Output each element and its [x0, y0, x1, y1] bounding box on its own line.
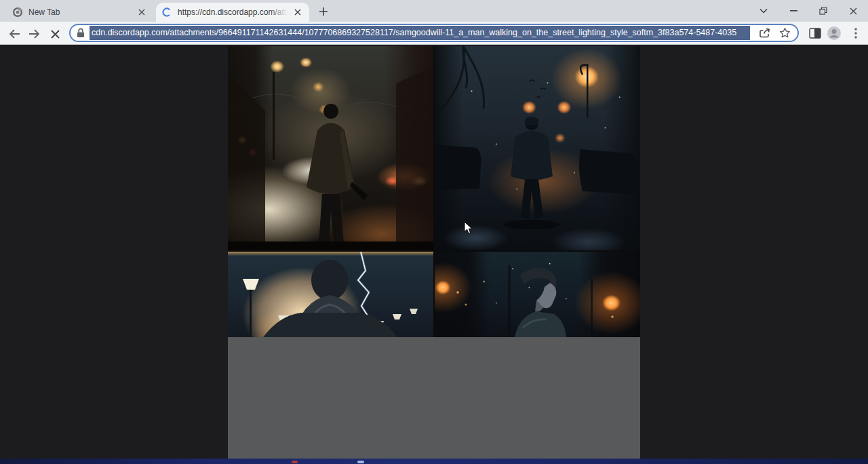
loading-spinner-icon: [161, 7, 172, 18]
tab-title: https://cdn.discordapp.com/atta: [178, 7, 288, 17]
page-content: [0, 45, 868, 459]
tab-discord-cdn[interactable]: https://cdn.discordapp.com/atta: [156, 3, 309, 22]
image-quadrant-bottom-left: [228, 252, 433, 337]
taskbar-icon-glimpse-light: [357, 461, 364, 463]
browser-toolbar: cdn.discordapp.com/attachments/966491171…: [0, 22, 868, 45]
taskbar-sliver[interactable]: [0, 459, 868, 464]
chrome-logo-grayscale-icon: [12, 7, 23, 18]
image-grid: [228, 46, 640, 337]
restore-button[interactable]: [808, 0, 838, 22]
forward-button[interactable]: [26, 26, 42, 42]
bookmark-star-icon[interactable]: [779, 27, 791, 39]
image-quadrant-top-right: [435, 46, 640, 250]
address-bar[interactable]: cdn.discordapp.com/attachments/966491171…: [69, 24, 799, 42]
tab-title-fade: [270, 7, 288, 17]
tab-title: New Tab: [28, 7, 132, 17]
image-quadrant-bottom-right: [435, 252, 640, 337]
tab-new-tab[interactable]: New Tab: [7, 3, 153, 22]
share-icon[interactable]: [759, 27, 770, 39]
generated-image-grid[interactable]: [228, 46, 640, 459]
side-panel-icon[interactable]: [807, 25, 823, 41]
back-button[interactable]: [6, 26, 22, 42]
url-text-selected[interactable]: cdn.discordapp.com/attachments/966491171…: [90, 26, 750, 40]
lock-icon[interactable]: [77, 28, 85, 38]
new-tab-button[interactable]: [316, 4, 331, 19]
tab-close-icon[interactable]: [136, 6, 148, 18]
image-quadrant-top-left: [228, 46, 433, 250]
tab-strip: New Tab https://cdn.discordapp.com/atta: [0, 0, 868, 22]
stop-loading-button[interactable]: [47, 26, 63, 42]
taskbar-icon-glimpse-red: [292, 461, 298, 463]
screen: { "browser_window": { "tabs": [ { "title…: [0, 0, 868, 464]
tab-close-icon[interactable]: [292, 6, 304, 18]
window-controls: [749, 0, 868, 22]
close-window-button[interactable]: [838, 0, 868, 22]
image-loading-placeholder: [228, 337, 640, 459]
profile-avatar[interactable]: [826, 25, 842, 41]
tab-title-fade: [118, 7, 132, 17]
tab-search-chevron-icon[interactable]: [749, 0, 778, 22]
minimize-button[interactable]: [778, 0, 808, 22]
menu-dots-icon[interactable]: [848, 25, 864, 41]
